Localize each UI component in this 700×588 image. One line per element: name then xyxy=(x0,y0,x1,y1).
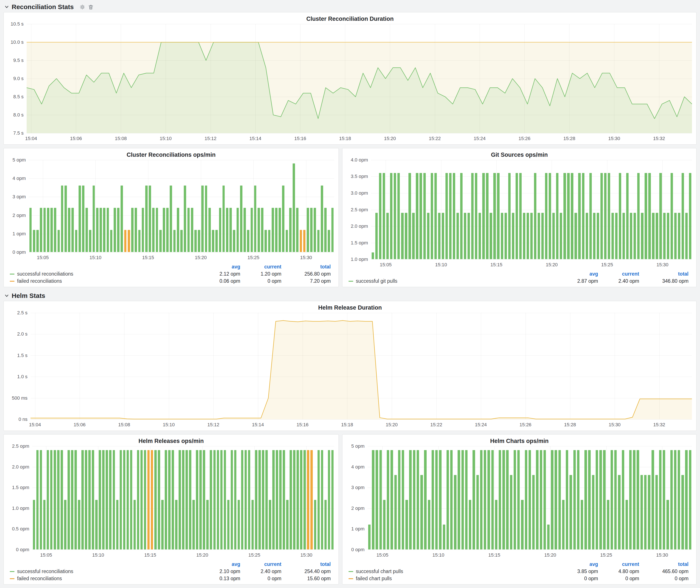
bar[interactable] xyxy=(226,208,228,252)
bar[interactable] xyxy=(417,450,419,549)
bar[interactable] xyxy=(138,230,141,252)
bar[interactable] xyxy=(420,475,423,549)
bar[interactable] xyxy=(604,173,606,259)
bar[interactable] xyxy=(220,450,223,549)
bar[interactable] xyxy=(331,450,334,549)
bar[interactable] xyxy=(487,450,490,549)
bar[interactable] xyxy=(40,450,42,549)
bar[interactable] xyxy=(678,450,680,549)
bar[interactable] xyxy=(523,213,525,259)
panel-title[interactable]: Cluster Reconciliation Duration xyxy=(8,15,692,24)
bar[interactable] xyxy=(85,450,87,549)
bar[interactable] xyxy=(279,450,282,549)
bar[interactable] xyxy=(611,450,613,549)
bar[interactable] xyxy=(456,213,459,259)
bar[interactable] xyxy=(71,208,74,252)
bar[interactable] xyxy=(201,186,204,252)
bar[interactable] xyxy=(641,213,643,259)
bar[interactable] xyxy=(589,173,592,259)
bar[interactable] xyxy=(449,173,452,259)
bar[interactable] xyxy=(685,450,687,549)
bar[interactable] xyxy=(412,213,415,259)
bar[interactable] xyxy=(597,213,599,259)
bar[interactable] xyxy=(560,213,562,259)
bar[interactable] xyxy=(386,213,389,259)
bar[interactable] xyxy=(96,208,98,252)
bar[interactable] xyxy=(58,230,60,252)
bar[interactable] xyxy=(50,450,53,549)
bar[interactable] xyxy=(121,186,123,252)
bar[interactable] xyxy=(184,186,186,252)
bar[interactable] xyxy=(397,173,400,259)
bar[interactable] xyxy=(81,450,84,549)
bar[interactable] xyxy=(50,208,53,252)
bar[interactable] xyxy=(634,213,636,259)
bar[interactable] xyxy=(540,450,542,549)
bar[interactable] xyxy=(573,450,576,549)
bar[interactable] xyxy=(419,173,422,259)
bar[interactable] xyxy=(501,213,503,259)
bar[interactable] xyxy=(89,230,91,252)
bar[interactable] xyxy=(227,500,230,549)
panel-title[interactable]: Helm Releases ops/min xyxy=(8,437,334,446)
bar[interactable] xyxy=(172,450,174,549)
bar[interactable] xyxy=(265,230,267,252)
bar[interactable] xyxy=(314,208,316,252)
bar[interactable] xyxy=(552,213,555,259)
bar[interactable] xyxy=(300,230,302,252)
bar[interactable] xyxy=(179,450,181,549)
bar[interactable] xyxy=(68,450,70,549)
bar[interactable] xyxy=(563,173,566,259)
bar[interactable] xyxy=(219,208,221,252)
bar[interactable] xyxy=(637,173,640,259)
bar[interactable] xyxy=(623,213,625,259)
legend-series-name[interactable]: failed chart pulls xyxy=(356,576,392,582)
bar[interactable] xyxy=(582,173,584,259)
bar[interactable] xyxy=(293,163,295,252)
bar[interactable] xyxy=(245,450,247,549)
legend-series-name[interactable]: successful git pulls xyxy=(356,278,397,284)
bar[interactable] xyxy=(619,173,621,259)
bar[interactable] xyxy=(156,208,158,252)
bar[interactable] xyxy=(36,230,39,252)
bar[interactable] xyxy=(175,500,177,549)
bar[interactable] xyxy=(198,230,200,252)
bar[interactable] xyxy=(47,450,49,549)
bar[interactable] xyxy=(142,208,144,252)
bar[interactable] xyxy=(434,173,437,259)
bar[interactable] xyxy=(154,450,157,549)
bar[interactable] xyxy=(497,173,499,259)
bar[interactable] xyxy=(279,208,281,252)
legend-col-total[interactable]: total xyxy=(283,264,332,270)
gear-icon[interactable] xyxy=(79,4,85,10)
bar[interactable] xyxy=(82,186,84,252)
bar[interactable] xyxy=(383,173,385,259)
bar[interactable] xyxy=(29,208,32,252)
bar[interactable] xyxy=(663,450,665,549)
bar[interactable] xyxy=(607,500,609,549)
bar[interactable] xyxy=(290,450,292,549)
bar[interactable] xyxy=(379,173,381,259)
bar[interactable] xyxy=(499,450,501,549)
bar[interactable] xyxy=(47,208,49,252)
bar[interactable] xyxy=(185,450,188,549)
bar[interactable] xyxy=(640,475,643,549)
bar[interactable] xyxy=(521,500,523,549)
bar[interactable] xyxy=(208,208,211,252)
bar[interactable] xyxy=(331,208,334,252)
bar[interactable] xyxy=(593,213,595,259)
bar[interactable] xyxy=(120,450,122,549)
bar[interactable] xyxy=(210,450,212,549)
legend-col-avg[interactable]: avg xyxy=(558,271,599,277)
bar[interactable] xyxy=(566,450,568,549)
bar[interactable] xyxy=(314,500,316,549)
bar[interactable] xyxy=(168,450,171,549)
bar[interactable] xyxy=(194,230,197,252)
bar[interactable] xyxy=(106,450,108,549)
bar[interactable] xyxy=(293,450,295,549)
bar[interactable] xyxy=(113,450,115,549)
bar[interactable] xyxy=(324,208,327,252)
bar[interactable] xyxy=(586,213,588,259)
bar[interactable] xyxy=(33,500,35,549)
bar[interactable] xyxy=(140,450,143,549)
